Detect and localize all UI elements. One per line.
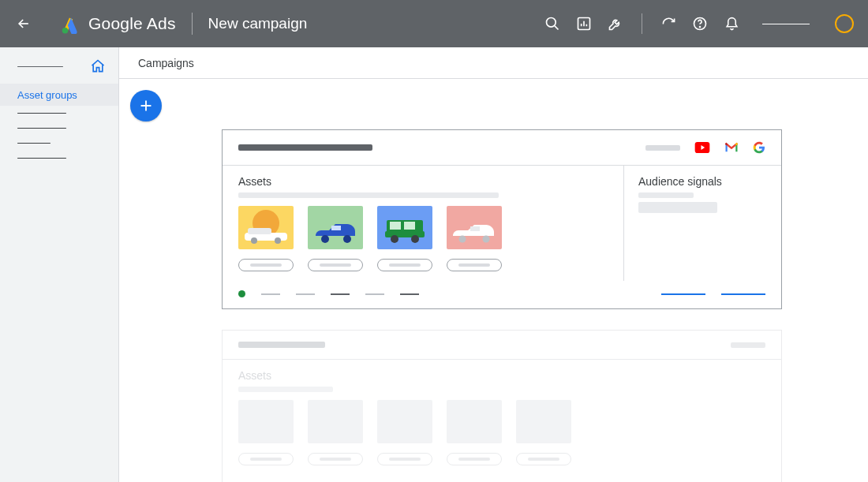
bell-icon — [724, 17, 739, 32]
status-dot — [238, 290, 245, 297]
placeholder-line — [238, 192, 499, 198]
card-action-link[interactable] — [661, 293, 705, 295]
assets-section: Assets — [223, 360, 781, 475]
sidebar-item-placeholder[interactable] — [0, 136, 118, 151]
asset-chip[interactable] — [447, 259, 502, 271]
placeholder-line — [238, 387, 333, 392]
search-button[interactable] — [544, 15, 561, 32]
sidebar-item-placeholder[interactable] — [0, 151, 118, 166]
card-footer — [223, 281, 781, 308]
svg-point-18 — [391, 235, 398, 243]
asset-group-card: Assets — [222, 129, 782, 309]
arrow-left-icon — [16, 16, 32, 32]
footer-placeholder — [296, 293, 315, 295]
svg-point-12 — [343, 235, 351, 243]
card-title-placeholder — [238, 144, 372, 151]
sidebar-item-label: Asset groups — [17, 89, 77, 101]
assets-title: Assets — [238, 175, 609, 188]
assets-title: Assets — [238, 369, 767, 382]
svg-rect-15 — [385, 231, 425, 237]
asset-chip — [516, 453, 571, 465]
asset-chip — [447, 453, 502, 465]
account-placeholder — [762, 24, 810, 24]
asset-thumb-green[interactable] — [308, 206, 363, 249]
plus-icon — [137, 97, 155, 114]
sidebar-title-placeholder — [17, 66, 63, 67]
sidebar: Asset groups — [0, 47, 119, 482]
asset-chip[interactable] — [308, 259, 363, 271]
card-header — [223, 130, 781, 166]
product-logo: Google Ads — [60, 13, 176, 34]
asset-thumb-blue[interactable] — [377, 206, 432, 249]
svg-point-4 — [700, 27, 701, 28]
main-panel: Campaigns Assets — [119, 47, 868, 482]
card-meta-placeholder — [645, 145, 680, 151]
sidebar-item-placeholder[interactable] — [0, 106, 118, 121]
sidebar-item-placeholder[interactable] — [0, 121, 118, 136]
footer-placeholder — [331, 293, 350, 295]
asset-thumb-placeholder — [516, 400, 571, 443]
reports-button[interactable] — [575, 15, 593, 32]
asset-thumb-placeholder — [238, 400, 294, 443]
asset-group-card-inactive: Assets — [222, 330, 782, 482]
sidebar-header — [0, 58, 118, 84]
footer-placeholder — [365, 293, 384, 295]
asset-chip — [308, 453, 363, 465]
help-icon — [692, 16, 708, 32]
assets-section: Assets — [223, 166, 623, 281]
svg-rect-16 — [390, 222, 401, 230]
card-action-link[interactable] — [721, 293, 765, 295]
search-icon — [544, 16, 560, 32]
sidebar-item-asset-groups[interactable]: Asset groups — [0, 84, 118, 106]
svg-rect-8 — [248, 228, 271, 234]
wrench-icon — [608, 16, 623, 32]
header-divider — [192, 13, 193, 35]
header-separator — [642, 13, 642, 34]
footer-placeholder — [400, 293, 419, 295]
svg-point-10 — [275, 237, 281, 244]
asset-chip — [377, 453, 432, 465]
svg-rect-17 — [404, 222, 415, 230]
gmail-icon — [724, 142, 739, 153]
product-name: Google Ads — [88, 14, 176, 33]
help-button[interactable] — [691, 15, 709, 32]
svg-point-9 — [251, 237, 257, 244]
notifications-button[interactable] — [723, 15, 740, 32]
placeholder-line — [638, 192, 694, 198]
asset-chip — [238, 453, 294, 465]
audience-signals-section: Audience signals — [623, 166, 781, 281]
svg-rect-22 — [470, 226, 480, 231]
tools-button[interactable] — [607, 15, 624, 32]
placeholder-block — [638, 202, 717, 213]
signals-title: Audience signals — [638, 175, 767, 188]
svg-point-11 — [321, 235, 329, 243]
add-asset-group-button[interactable] — [130, 90, 162, 121]
header-actions — [544, 13, 854, 34]
home-icon[interactable] — [90, 58, 106, 74]
card-footer — [223, 475, 781, 482]
asset-thumb-pink[interactable] — [447, 206, 502, 249]
card-meta-placeholder — [731, 342, 765, 348]
user-avatar[interactable] — [835, 14, 854, 33]
app-header: Google Ads New campaign — [0, 0, 868, 47]
asset-thumb-yellow[interactable] — [238, 206, 294, 249]
asset-thumb-placeholder — [308, 400, 363, 443]
svg-point-0 — [62, 28, 69, 34]
asset-chip[interactable] — [377, 259, 432, 271]
youtube-icon — [694, 142, 710, 153]
asset-thumb-placeholder — [447, 400, 502, 443]
page-title: New campaign — [208, 15, 308, 32]
asset-chip[interactable] — [238, 259, 294, 271]
google-icon — [753, 141, 765, 154]
refresh-icon — [661, 17, 676, 32]
card-title-placeholder — [238, 342, 325, 348]
svg-point-1 — [547, 18, 556, 28]
svg-rect-13 — [331, 226, 341, 230]
card-header — [223, 331, 781, 360]
bar-chart-icon — [576, 16, 592, 32]
svg-point-19 — [411, 235, 419, 243]
refresh-button[interactable] — [660, 15, 677, 32]
back-button[interactable] — [14, 14, 33, 33]
svg-point-21 — [483, 236, 490, 243]
breadcrumb-label: Campaigns — [138, 57, 194, 69]
